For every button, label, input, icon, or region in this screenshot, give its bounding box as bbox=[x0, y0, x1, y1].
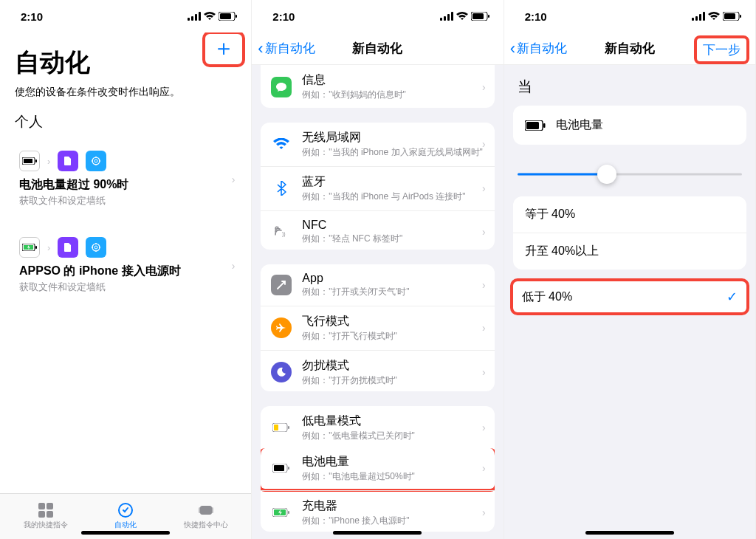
home-indicator bbox=[333, 531, 422, 535]
row-subtitle: 例如："当我的 iPhone 加入家庭无线局域网时" bbox=[302, 146, 483, 159]
nfc-icon: )) bbox=[271, 222, 292, 242]
chevron-right-icon: › bbox=[482, 226, 486, 238]
screen-battery-config: 2:10 ‹ 新自动化 新自动化 下一步 当 电池电量 bbox=[504, 0, 756, 539]
trigger-group-battery: 低电量模式 例如："低电量模式已关闭时" › 电池电量 例如："电池电量超过50… bbox=[261, 406, 494, 532]
chevron-right-icon: › bbox=[482, 138, 486, 150]
wallpaper-action-icon bbox=[86, 151, 106, 171]
row-title: 勿扰模式 bbox=[302, 358, 397, 374]
row-title: NFC bbox=[302, 219, 402, 232]
battery-slider[interactable] bbox=[504, 148, 755, 190]
row-subtitle: 例如："当我的 iPhone 与 AirPods 连接时" bbox=[302, 190, 465, 203]
chevron-right-icon: › bbox=[482, 366, 486, 378]
automation-subtitle: 获取文件和设定墙纸 bbox=[19, 194, 232, 207]
row-title: 电池电量 bbox=[302, 454, 415, 470]
trigger-row-app[interactable]: App 例如："打开或关闭'天气'时" › bbox=[261, 264, 494, 306]
trigger-group-device: App 例如："打开或关闭'天气'时" › 飞行模式 例如："打开飞行模式时" … bbox=[261, 264, 494, 391]
chevron-right-icon: › bbox=[482, 507, 486, 518]
row-subtitle: 例如："轻点 NFC 标签时" bbox=[302, 233, 402, 245]
trigger-row-airplane[interactable]: 飞行模式 例如："打开飞行模式时" › bbox=[261, 306, 494, 350]
svg-rect-27 bbox=[38, 511, 45, 518]
row-title: 飞行模式 bbox=[302, 314, 397, 329]
back-button[interactable]: ‹ 新自动化 bbox=[510, 32, 567, 64]
battery-level-icon bbox=[271, 458, 292, 478]
nav-bar: ‹ 新自动化 新自动化 bbox=[252, 32, 503, 65]
svg-rect-3 bbox=[199, 12, 201, 21]
slider-thumb[interactable] bbox=[597, 165, 616, 184]
chevron-right-icon: › bbox=[482, 422, 486, 433]
status-right bbox=[692, 12, 742, 21]
option-falls-below-highlight[interactable]: 低于 40% ✓ bbox=[510, 278, 749, 315]
trigger-row-dnd[interactable]: 勿扰模式 例如："打开勿扰模式时" › bbox=[261, 350, 494, 391]
tab-label: 自动化 bbox=[114, 520, 137, 530]
status-time: 2:10 bbox=[525, 10, 547, 23]
tab-automation[interactable]: 自动化 bbox=[114, 502, 137, 530]
row-subtitle: 例如："电池电量超过50%时" bbox=[302, 470, 415, 483]
svg-rect-58 bbox=[526, 122, 539, 129]
cellular-icon bbox=[440, 12, 453, 21]
trigger-row-bluetooth[interactable]: 蓝牙 例如："当我的 iPhone 与 AirPods 连接时" › bbox=[261, 166, 494, 210]
option-equals[interactable]: 等于 40% bbox=[513, 196, 746, 233]
svg-rect-52 bbox=[699, 14, 701, 21]
automation-card[interactable]: › 电池电量超过 90%时 获取文件和设定墙纸 › bbox=[9, 140, 242, 218]
airplane-icon bbox=[271, 317, 292, 338]
svg-rect-42 bbox=[274, 425, 278, 430]
automation-title: APPSO 的 iPhone 接入电源时 bbox=[19, 264, 232, 279]
automation-icon-row: › bbox=[19, 151, 232, 171]
row-title: App bbox=[302, 272, 409, 285]
arrow-icon: › bbox=[47, 156, 50, 167]
trigger-row-nfc[interactable]: )) NFC 例如："轻点 NFC 标签时" › bbox=[261, 210, 494, 250]
nav-title: 新自动化 bbox=[605, 40, 655, 57]
trigger-row-low-power[interactable]: 低电量模式 例如："低电量模式已关闭时" › bbox=[261, 406, 494, 450]
chevron-right-icon: › bbox=[482, 182, 486, 194]
svg-rect-26 bbox=[47, 503, 53, 509]
svg-rect-55 bbox=[724, 13, 735, 19]
add-automation-button[interactable]: ＋ bbox=[213, 35, 235, 60]
battery-level-icon bbox=[525, 120, 546, 131]
svg-rect-50 bbox=[692, 18, 694, 21]
automation-tab-icon bbox=[116, 502, 135, 518]
page-subtitle: 使您的设备在条件改变时作出响应。 bbox=[15, 86, 236, 99]
wifi-icon bbox=[204, 12, 216, 21]
files-action-icon bbox=[58, 237, 78, 258]
automation-card[interactable]: › APPSO 的 iPhone 接入电源时 获取文件和设定墙纸 › bbox=[9, 227, 242, 304]
status-bar: 2:10 bbox=[504, 0, 755, 32]
charger-icon bbox=[19, 237, 40, 258]
slider-fill bbox=[518, 174, 608, 176]
automation-title: 电池电量超过 90%时 bbox=[19, 177, 232, 193]
option-rises-above[interactable]: 升至 40%以上 bbox=[513, 233, 746, 270]
svg-rect-2 bbox=[195, 14, 197, 21]
charger-icon bbox=[271, 502, 292, 523]
header: ＋ 自动化 使您的设备在条件改变时作出响应。 bbox=[0, 32, 251, 102]
svg-rect-36 bbox=[451, 12, 453, 21]
cellular-icon bbox=[188, 12, 201, 21]
section-personal-label: 个人 bbox=[0, 102, 251, 136]
tab-gallery[interactable]: 快捷指令中心 bbox=[184, 502, 228, 530]
battery-level-icon bbox=[19, 151, 40, 171]
status-right bbox=[440, 12, 490, 21]
svg-rect-46 bbox=[288, 467, 289, 470]
wifi-icon bbox=[708, 12, 720, 21]
status-bar: 2:10 bbox=[0, 0, 251, 32]
low-power-icon bbox=[271, 417, 292, 438]
option-label: 升至 40%以上 bbox=[525, 244, 599, 257]
svg-rect-53 bbox=[703, 12, 705, 21]
next-button[interactable]: 下一步 bbox=[694, 35, 749, 64]
trigger-row-charger[interactable]: 充电器 例如："iPhone 接入电源时" › bbox=[261, 490, 494, 532]
back-button[interactable]: ‹ 新自动化 bbox=[258, 32, 315, 64]
svg-rect-1 bbox=[191, 16, 193, 21]
tab-my-shortcuts[interactable]: 我的快捷指令 bbox=[24, 502, 68, 530]
row-title: 信息 bbox=[302, 72, 406, 88]
chevron-right-icon: › bbox=[232, 174, 236, 185]
option-label: 等于 40% bbox=[525, 207, 575, 220]
tab-label: 我的快捷指令 bbox=[24, 520, 68, 530]
svg-point-11 bbox=[94, 159, 97, 162]
trigger-row-wifi[interactable]: 无线局域网 例如："当我的 iPhone 加入家庭无线局域网时" › bbox=[261, 123, 494, 166]
trigger-row-message[interactable]: 信息 例如："收到妈妈的信息时" › bbox=[261, 65, 494, 108]
option-label: 低于 40% bbox=[522, 289, 572, 305]
svg-point-22 bbox=[95, 250, 97, 252]
trigger-row-battery-level-highlight[interactable]: 电池电量 例如："电池电量超过50%时" › bbox=[261, 448, 494, 492]
svg-point-12 bbox=[95, 157, 97, 158]
arrow-icon: › bbox=[47, 242, 50, 253]
wallpaper-action-icon bbox=[86, 237, 106, 258]
when-label: 当 bbox=[504, 65, 755, 103]
